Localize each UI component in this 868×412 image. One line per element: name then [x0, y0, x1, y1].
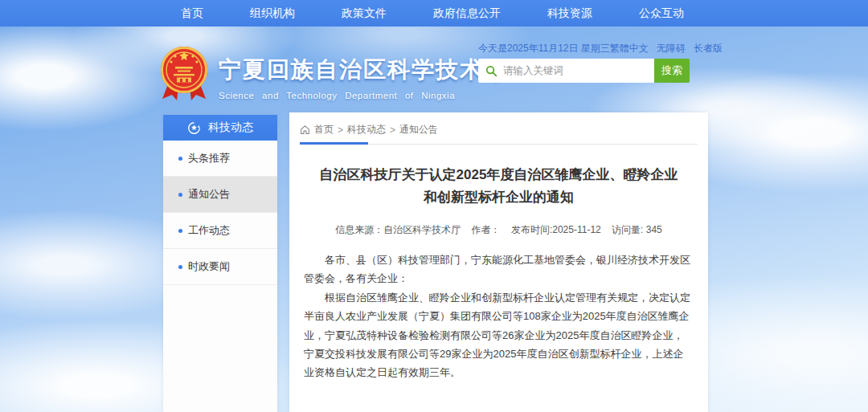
- meta-views: 访问量: 345: [612, 224, 662, 235]
- article-title-line2: 和创新型标杆企业的通知: [306, 186, 692, 209]
- breadcrumb-separator: >: [390, 124, 395, 136]
- site-title-english: Science and Technology Department of Nin…: [219, 91, 460, 100]
- main-content-panel: 首页 > 科技动态 > 通知公告 自治区科技厅关于认定2025年度自治区雏鹰企业…: [289, 112, 708, 412]
- today-date: 今天是2025年11月12日 星期三: [478, 42, 610, 55]
- sidebar-item-label: 通知公告: [188, 187, 230, 202]
- sidebar-title: 科技动态: [208, 120, 253, 135]
- breadcrumb-tech-news[interactable]: 科技动态: [347, 123, 386, 137]
- article-paragraph: 各市、县（区）科技管理部门，宁东能源化工基地管委会，银川经济技术开发区管委会，各…: [304, 251, 694, 288]
- breadcrumb-notices[interactable]: 通知公告: [399, 123, 438, 137]
- link-accessibility[interactable]: 无障碍: [657, 42, 686, 55]
- sidebar-item-headlines[interactable]: 头条推荐: [163, 141, 277, 177]
- sidebar: 科技动态 头条推荐 通知公告 工作动态 时政要闻: [163, 115, 277, 412]
- bullet-dot-icon: [178, 157, 182, 161]
- nav-item-interaction[interactable]: 公众互动: [639, 6, 684, 21]
- meta-source: 信息来源：自治区科学技术厅: [335, 224, 461, 235]
- search-input[interactable]: [503, 65, 640, 76]
- article-title-line1: 自治区科技厅关于认定2025年度自治区雏鹰企业、瞪羚企业: [306, 164, 692, 186]
- meta-publish-time: 发布时间:2025-11-12: [511, 224, 601, 235]
- breadcrumb: 首页 > 科技动态 > 通知公告: [300, 112, 698, 137]
- link-traditional-chinese[interactable]: 繁體中文: [610, 42, 649, 55]
- breadcrumb-home[interactable]: 首页: [314, 123, 334, 137]
- breadcrumb-accent-bar: [300, 142, 368, 145]
- bullet-dot-icon: [178, 265, 182, 269]
- article-title: 自治区科技厅关于认定2025年度自治区雏鹰企业、瞪羚企业 和创新型标杆企业的通知: [306, 164, 692, 209]
- bullet-dot-icon: [178, 193, 182, 197]
- article-meta: 信息来源：自治区科学技术厅 作者： 发布时间:2025-11-12 访问量: 3…: [300, 223, 698, 237]
- top-navigation: 首页 组织机构 政策文件 政府信息公开 科技资源 公众互动: [0, 0, 868, 27]
- sidebar-item-label: 工作动态: [188, 223, 230, 238]
- link-elderly-version[interactable]: 长者版: [694, 42, 723, 55]
- breadcrumb-divider: [300, 144, 698, 145]
- national-emblem-icon: [158, 44, 210, 102]
- search-bar: 搜索: [478, 59, 690, 83]
- bullet-dot-icon: [178, 229, 182, 233]
- article-body: 各市、县（区）科技管理部门，宁东能源化工基地管委会，银川经济技术开发区管委会，各…: [300, 251, 698, 382]
- search-icon: [485, 65, 497, 77]
- article-paragraph: 根据自治区雏鹰企业、瞪羚企业和创新型标杆企业认定管理有关规定，决定认定半亩良人农…: [304, 288, 694, 382]
- site-title: 宁夏回族自治区科学技术厅: [219, 55, 460, 85]
- search-button[interactable]: 搜索: [654, 59, 690, 83]
- search-box: [478, 59, 654, 83]
- header-utility-bar: 今天是2025年11月12日 星期三 繁體中文 无障碍 长者版: [478, 42, 706, 55]
- nav-item-policy[interactable]: 政策文件: [342, 6, 387, 21]
- sidebar-item-label: 头条推荐: [188, 151, 230, 165]
- sidebar-header: 科技动态: [163, 115, 277, 141]
- nav-item-organization[interactable]: 组织机构: [250, 6, 295, 21]
- meta-author: 作者：: [472, 224, 501, 235]
- breadcrumb-separator: >: [338, 124, 343, 136]
- star-circle-icon: [187, 121, 201, 135]
- sidebar-item-politics-news[interactable]: 时政要闻: [163, 249, 277, 285]
- nav-item-home[interactable]: 首页: [181, 6, 203, 21]
- site-title-block: 宁夏回族自治区科学技术厅 Science and Technology Depa…: [219, 55, 460, 100]
- nav-item-resources[interactable]: 科技资源: [547, 6, 592, 21]
- sidebar-item-notices[interactable]: 通知公告: [163, 177, 277, 213]
- sidebar-item-label: 时政要闻: [188, 259, 230, 274]
- nav-item-gov-info[interactable]: 政府信息公开: [433, 6, 501, 21]
- sidebar-item-work-news[interactable]: 工作动态: [163, 213, 277, 249]
- home-icon: [300, 124, 310, 135]
